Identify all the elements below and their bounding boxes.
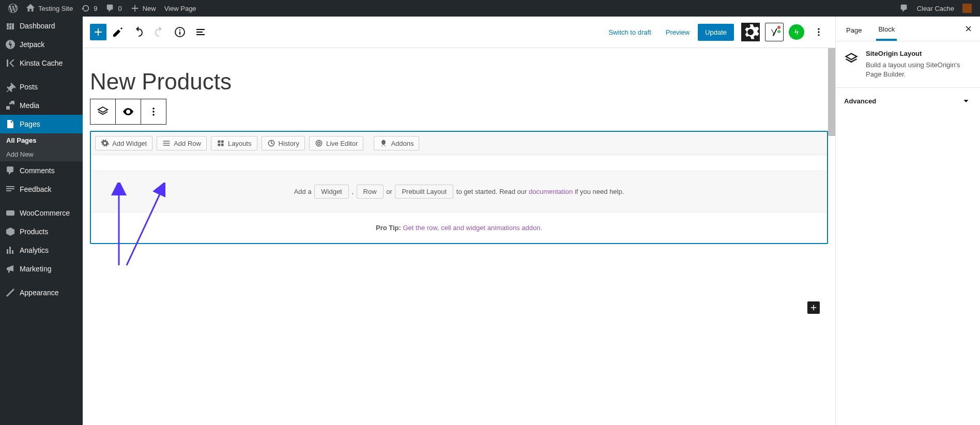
admin-bar: Testing Site 9 0 New View Page Clear Cac… <box>0 0 980 17</box>
comments-count: 0 <box>118 5 121 12</box>
avatar <box>962 4 972 13</box>
chat-icon <box>899 4 909 13</box>
site-name: Testing Site <box>38 5 73 12</box>
view-page-link[interactable]: View Page <box>160 0 201 17</box>
new-link[interactable]: New <box>126 0 160 17</box>
home-icon <box>26 4 35 13</box>
updates-icon <box>81 4 90 13</box>
cache-comment[interactable] <box>895 0 913 17</box>
user-menu[interactable] <box>958 0 976 17</box>
comments-icon <box>105 4 115 13</box>
new-label: New <box>143 5 156 12</box>
plus-icon <box>130 4 140 13</box>
updates-count: 9 <box>94 5 97 12</box>
wp-logo[interactable] <box>4 0 22 17</box>
clear-cache-link[interactable]: Clear Cache <box>913 0 958 17</box>
comments-link[interactable]: 0 <box>101 0 126 17</box>
wordpress-icon <box>8 4 18 13</box>
updates-link[interactable]: 9 <box>77 0 101 17</box>
site-link[interactable]: Testing Site <box>22 0 77 17</box>
